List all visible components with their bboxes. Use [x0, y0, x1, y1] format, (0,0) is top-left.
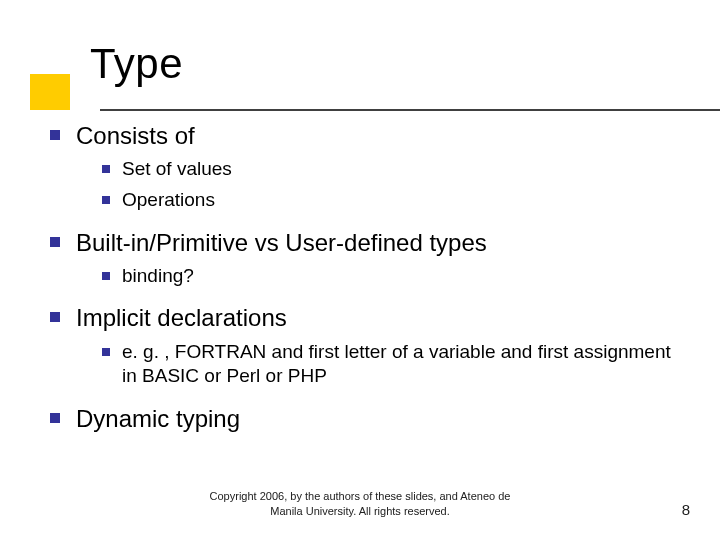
bullet-text: Built-in/Primitive vs User-defined types	[76, 227, 487, 258]
slide: Type Consists of Set of values Operation…	[0, 0, 720, 540]
bullet-text: Implicit declarations	[76, 302, 287, 333]
list-item: Operations	[102, 188, 680, 213]
bullet-text: e. g. , FORTRAN and first letter of a va…	[122, 340, 680, 389]
bullet-text: Set of values	[122, 157, 232, 182]
bullet-icon	[102, 165, 110, 173]
bullet-icon	[50, 130, 60, 140]
list-item: Set of values	[102, 157, 680, 182]
list-item: binding?	[102, 264, 680, 289]
list-item: Consists of	[50, 120, 680, 151]
bullet-icon	[50, 237, 60, 247]
bullet-text: binding?	[122, 264, 194, 289]
page-number: 8	[682, 501, 690, 518]
list-item: Built-in/Primitive vs User-defined types	[50, 227, 680, 258]
footer-copyright: Copyright 2006, by the authors of these …	[0, 489, 720, 518]
list-item: e. g. , FORTRAN and first letter of a va…	[102, 340, 680, 389]
bullet-text: Consists of	[76, 120, 195, 151]
bullet-icon	[102, 272, 110, 280]
title-underline	[100, 109, 720, 111]
bullet-icon	[50, 312, 60, 322]
footer-line2: Manila University. All rights reserved.	[270, 505, 450, 517]
title-block: Type	[30, 40, 183, 88]
bullet-icon	[50, 413, 60, 423]
bullet-text: Operations	[122, 188, 215, 213]
content-area: Consists of Set of values Operations Bui…	[50, 120, 680, 440]
footer-line1: Copyright 2006, by the authors of these …	[210, 490, 511, 502]
bullet-text: Dynamic typing	[76, 403, 240, 434]
sublist: Set of values Operations	[102, 157, 680, 212]
slide-title: Type	[90, 40, 183, 88]
bullet-icon	[102, 348, 110, 356]
list-item: Implicit declarations	[50, 302, 680, 333]
sublist: e. g. , FORTRAN and first letter of a va…	[102, 340, 680, 389]
list-item: Dynamic typing	[50, 403, 680, 434]
sublist: binding?	[102, 264, 680, 289]
title-accent-square	[30, 74, 70, 110]
bullet-icon	[102, 196, 110, 204]
